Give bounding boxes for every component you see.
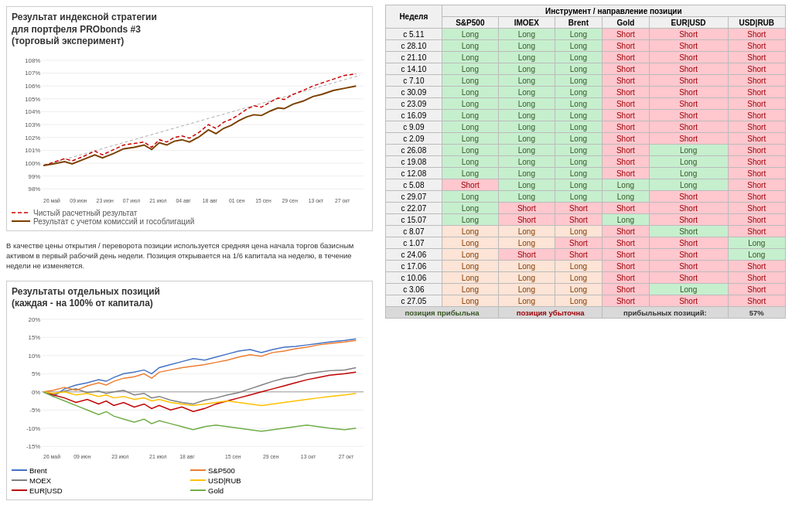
cell-position: Long xyxy=(603,179,650,191)
svg-text:104%: 104% xyxy=(25,108,40,115)
cell-position: Long xyxy=(555,168,602,179)
svg-text:04 авг: 04 авг xyxy=(176,198,191,203)
cell-position: Long xyxy=(498,156,555,168)
cell-week: с 27.05 xyxy=(386,295,442,307)
table-row: с 28.10LongLongLongShortShortShort xyxy=(386,40,786,52)
table-row: с 1.07LongLongShortShortShortLong xyxy=(386,237,786,249)
footer-profitable: позиция прибыльна xyxy=(386,307,499,319)
chart2-title: Результаты отдельных позиций (каждая - н… xyxy=(12,286,367,310)
chart1-title: Результат индексной стратегии для портфе… xyxy=(12,12,367,48)
cell-position: Long xyxy=(442,110,498,121)
cell-position: Long xyxy=(649,145,728,156)
cell-position: Long xyxy=(728,249,785,261)
svg-text:103%: 103% xyxy=(25,121,40,128)
cell-position: Long xyxy=(498,98,555,110)
cell-position: Short xyxy=(603,249,650,261)
cell-position: Long xyxy=(649,284,728,295)
svg-text:10%: 10% xyxy=(29,353,41,360)
footer-percent: 57% xyxy=(728,307,785,319)
cell-position: Long xyxy=(442,237,498,249)
footer-loss: позиция убыточна xyxy=(498,307,602,319)
cell-position: Long xyxy=(498,226,555,237)
cell-position: Long xyxy=(555,295,602,307)
col-header-instrument: Инструмент / направление позиции xyxy=(442,5,785,17)
cell-position: Short xyxy=(603,87,650,98)
cell-week: с 19.08 xyxy=(386,156,442,168)
cell-position: Short xyxy=(603,40,650,52)
cell-position: Short xyxy=(603,272,650,284)
cell-position: Short xyxy=(728,272,785,284)
table-row: с 5.11LongLongLongShortShortShort xyxy=(386,29,786,40)
cell-position: Long xyxy=(555,156,602,168)
cell-position: Short xyxy=(649,87,728,98)
cell-position: Short xyxy=(603,203,650,214)
cell-position: Short xyxy=(649,249,728,261)
col-header-brent: Brent xyxy=(555,17,602,29)
cell-position: Long xyxy=(442,226,498,237)
cell-position: Short xyxy=(649,226,728,237)
svg-text:21 июл: 21 июл xyxy=(149,454,166,459)
table-row: с 24.06LongShortShortShortShortLong xyxy=(386,249,786,261)
table-row: с 19.08LongLongLongShortLongShort xyxy=(386,156,786,168)
cell-position: Long xyxy=(555,133,602,145)
cell-position: Short xyxy=(728,121,785,133)
table-row: с 7.10LongLongLongShortShortShort xyxy=(386,75,786,87)
table-row: с 5.08ShortLongLongLongLongShort xyxy=(386,179,786,191)
cell-position: Short xyxy=(603,284,650,295)
cell-position: Long xyxy=(498,121,555,133)
svg-text:15 сен: 15 сен xyxy=(225,454,241,459)
chart1-legend: Чистый расчетный результат Результат с у… xyxy=(12,209,367,226)
cell-position: Short xyxy=(728,156,785,168)
cell-position: Long xyxy=(603,191,650,203)
cell-week: с 22.07 xyxy=(386,203,442,214)
svg-text:98%: 98% xyxy=(29,186,41,193)
cell-position: Short xyxy=(649,75,728,87)
cell-position: Short xyxy=(603,237,650,249)
cell-position: Long xyxy=(555,145,602,156)
cell-position: Short xyxy=(603,145,650,156)
cell-position: Long xyxy=(555,191,602,203)
cell-position: Long xyxy=(442,52,498,63)
cell-position: Short xyxy=(728,295,785,307)
left-panel: Результат индексной стратегии для портфе… xyxy=(0,0,379,532)
svg-text:01 сен: 01 сен xyxy=(229,198,245,203)
cell-position: Long xyxy=(498,191,555,203)
cell-position: Long xyxy=(442,203,498,214)
legend1-label1: Чистый расчетный результат xyxy=(33,209,137,217)
cell-position: Long xyxy=(649,156,728,168)
cell-position: Long xyxy=(442,87,498,98)
cell-position: Long xyxy=(555,75,602,87)
cell-position: Long xyxy=(649,168,728,179)
cell-week: с 1.07 xyxy=(386,237,442,249)
cell-position: Short xyxy=(603,98,650,110)
cell-week: с 2.09 xyxy=(386,133,442,145)
svg-text:23 июн: 23 июн xyxy=(97,198,114,203)
svg-text:21 июл: 21 июл xyxy=(149,198,166,203)
svg-text:-5%: -5% xyxy=(29,407,40,414)
table-row: с 9.09LongLongLongShortShortShort xyxy=(386,121,786,133)
cell-position: Short xyxy=(649,261,728,272)
cell-position: Short xyxy=(498,214,555,226)
svg-text:27 окт: 27 окт xyxy=(335,198,350,203)
svg-text:27 окт: 27 окт xyxy=(339,454,354,459)
svg-text:13 окт: 13 окт xyxy=(309,198,324,203)
chart2-svg: 20% 15% 10% 5% 0% -5% -10% -15% 26 май 0… xyxy=(12,313,367,461)
cell-position: Long xyxy=(442,29,498,40)
col-header-week: Неделя xyxy=(386,5,442,29)
cell-week: с 16.09 xyxy=(386,110,442,121)
cell-position: Short xyxy=(728,52,785,63)
svg-text:106%: 106% xyxy=(25,83,40,90)
cell-position: Long xyxy=(498,284,555,295)
cell-position: Short xyxy=(603,29,650,40)
cell-position: Long xyxy=(555,87,602,98)
cell-position: Long xyxy=(498,261,555,272)
cell-position: Long xyxy=(555,284,602,295)
table-row: с 29.07LongLongLongLongShortShort xyxy=(386,191,786,203)
cell-position: Long xyxy=(555,40,602,52)
note-text: В качестве цены открытия / переворота по… xyxy=(6,240,373,271)
cell-week: с 5.11 xyxy=(386,29,442,40)
cell-position: Short xyxy=(728,145,785,156)
cell-position: Long xyxy=(442,98,498,110)
table-row: с 30.09LongLongLongShortShortShort xyxy=(386,87,786,98)
cell-position: Short xyxy=(649,237,728,249)
